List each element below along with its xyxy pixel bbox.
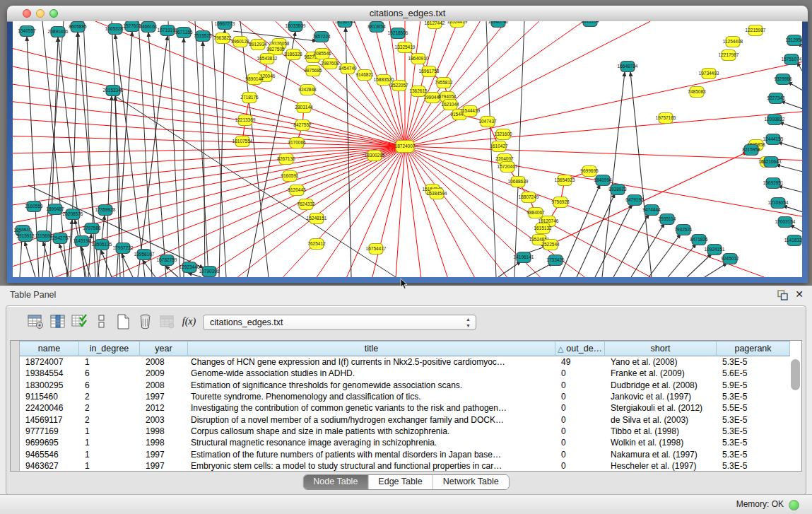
cell-in_degree[interactable]: 1 xyxy=(79,461,140,471)
column-edit-icon[interactable] xyxy=(49,313,66,330)
close-panel-icon[interactable]: ✕ xyxy=(795,288,804,300)
column-header-out_degree[interactable]: △out_de… xyxy=(555,341,605,356)
cell-title[interactable]: Estimation of the future numbers of pati… xyxy=(188,450,555,460)
cell-year[interactable]: 2003 xyxy=(140,415,188,425)
cell-year[interactable]: 1997 xyxy=(140,450,188,460)
cell-title[interactable]: Disruption of a novel member of a sodium… xyxy=(188,415,555,425)
cell-short[interactable]: Stergiakouli et al. (2012) xyxy=(605,403,717,413)
column-header-in_degree[interactable]: in_degree xyxy=(79,341,140,356)
cell-out_degree[interactable]: 0 xyxy=(555,426,605,436)
cell-short[interactable]: Wolkin et al. (1998) xyxy=(605,438,717,448)
new-table-icon[interactable] xyxy=(115,313,131,330)
cell-short[interactable]: Jankovic et al. (1997) xyxy=(605,392,717,402)
table-row[interactable]: 977716911998Corpus callosum shape and si… xyxy=(20,426,801,437)
table-row[interactable]: 1456911722003Disruption of a novel membe… xyxy=(20,414,801,425)
column-header-pagerank[interactable]: pagerank xyxy=(717,341,790,356)
table-row[interactable]: 1938455462009Genome-wide association stu… xyxy=(20,368,801,379)
cell-short[interactable]: Nakamura et al. (1997) xyxy=(605,450,717,460)
cell-pagerank[interactable]: 5.6E-5 xyxy=(717,368,790,378)
cell-year[interactable]: 1998 xyxy=(140,438,188,448)
column-header-title[interactable]: title xyxy=(188,341,555,356)
merge-tables-icon[interactable] xyxy=(93,313,110,330)
cell-short[interactable]: Dudbridge et al. (2008) xyxy=(605,380,717,390)
cell-out_degree[interactable]: 0 xyxy=(555,415,605,425)
window-titlebar[interactable]: citations_edges.txt xyxy=(7,6,808,22)
cell-in_degree[interactable]: 1 xyxy=(79,438,140,448)
cell-name[interactable]: 9463627 xyxy=(20,461,79,471)
cell-year[interactable]: 1997 xyxy=(140,392,188,402)
cell-name[interactable]: 9115460 xyxy=(20,392,79,402)
cell-title[interactable]: Investigating the contribution of common… xyxy=(188,403,555,413)
combo-spinner-icon[interactable]: ▲▼ xyxy=(466,316,471,329)
select-rows-icon[interactable] xyxy=(71,313,88,330)
cell-pagerank[interactable]: 5.5E-5 xyxy=(717,403,790,413)
cell-pagerank[interactable]: 5.3E-5 xyxy=(717,438,790,448)
cell-pagerank[interactable]: 5.3E-5 xyxy=(717,392,790,402)
cell-name[interactable]: 22420046 xyxy=(20,403,79,413)
cell-name[interactable]: 19384554 xyxy=(20,368,79,378)
cell-title[interactable]: Estimation of significance thresholds fo… xyxy=(188,380,555,390)
cell-in_degree[interactable]: 6 xyxy=(79,368,140,378)
cell-title[interactable]: Genome-wide association studies in ADHD. xyxy=(188,368,555,378)
float-window-icon[interactable] xyxy=(777,290,788,300)
column-header-name[interactable]: name xyxy=(20,341,79,356)
cell-out_degree[interactable]: 49 xyxy=(555,357,605,367)
cell-title[interactable]: Corpus callosum shape and size in male p… xyxy=(188,426,555,436)
cell-pagerank[interactable]: 5.3E-5 xyxy=(717,426,790,436)
column-header-year[interactable]: year xyxy=(140,341,188,356)
cell-out_degree[interactable]: 0 xyxy=(555,380,605,390)
table-row[interactable]: 2242004622012Investigating the contribut… xyxy=(20,402,801,414)
tab-network-table[interactable]: Network Table xyxy=(433,475,509,489)
cell-out_degree[interactable]: 0 xyxy=(555,368,605,378)
cell-out_degree[interactable]: 0 xyxy=(555,461,605,471)
cell-in_degree[interactable]: 2 xyxy=(79,392,140,402)
table-row[interactable]: 1872400712008Changes of HCN gene express… xyxy=(20,356,801,368)
table-row[interactable]: 946362711997Embryonic stem cells: a mode… xyxy=(20,460,801,471)
cell-pagerank[interactable]: 5.3E-5 xyxy=(717,415,790,425)
table-selector-combobox[interactable]: citations_edges.txt ▲▼ xyxy=(203,315,476,330)
cell-year[interactable]: 2012 xyxy=(140,403,188,413)
cell-out_degree[interactable]: 0 xyxy=(555,438,605,448)
cell-year[interactable]: 2008 xyxy=(140,380,188,390)
cell-short[interactable]: Hescheler et al. (1997) xyxy=(605,461,717,471)
cell-pagerank[interactable]: 5.9E-5 xyxy=(717,380,790,390)
cell-pagerank[interactable]: 5.3E-5 xyxy=(717,357,790,367)
cell-year[interactable]: 1997 xyxy=(140,461,188,471)
cell-short[interactable]: Yano et al. (2008) xyxy=(605,357,717,367)
table-row[interactable]: 911546021997Tourette syndrome. Phenomeno… xyxy=(20,391,801,402)
cell-in_degree[interactable]: 2 xyxy=(79,403,140,413)
cell-short[interactable]: de Silva et al. (2003) xyxy=(605,415,717,425)
cell-title[interactable]: Tourette syndrome. Phenomenology and cla… xyxy=(188,392,555,402)
column-header-short[interactable]: short xyxy=(605,341,717,356)
cell-in_degree[interactable]: 6 xyxy=(79,380,140,390)
cell-name[interactable]: 9699695 xyxy=(20,438,79,448)
delete-table-icon[interactable] xyxy=(137,313,153,330)
cell-short[interactable]: Tibbo et al. (1998) xyxy=(605,426,717,436)
tab-edge-table[interactable]: Edge Table xyxy=(368,475,433,489)
table-row[interactable]: 969969511998Structural magnetic resonanc… xyxy=(20,437,801,448)
cell-year[interactable]: 2009 xyxy=(140,368,188,378)
cell-name[interactable]: 18300295 xyxy=(20,380,79,390)
table-row[interactable]: 1830029562008Estimation of significance … xyxy=(20,380,801,391)
cell-in_degree[interactable]: 1 xyxy=(79,426,140,436)
table-settings-icon[interactable] xyxy=(28,313,44,330)
cell-year[interactable]: 2008 xyxy=(140,357,188,367)
cell-name[interactable]: 14569117 xyxy=(20,415,79,425)
table-row[interactable]: 946554611997Estimation of the future num… xyxy=(20,448,801,460)
cell-name[interactable]: 9465546 xyxy=(20,450,79,460)
cell-in_degree[interactable]: 2 xyxy=(79,415,140,425)
cell-out_degree[interactable]: 0 xyxy=(555,403,605,413)
cell-year[interactable]: 1998 xyxy=(140,426,188,436)
function-builder-icon[interactable]: f(x) xyxy=(181,313,197,330)
cell-short[interactable]: Franke et al. (2009) xyxy=(605,368,717,378)
cell-name[interactable]: 9777169 xyxy=(20,426,79,436)
cell-title[interactable]: Changes of HCN gene expression and I(f) … xyxy=(188,357,555,367)
cell-in_degree[interactable]: 1 xyxy=(79,357,140,367)
cell-pagerank[interactable]: 5.3E-5 xyxy=(717,450,790,460)
cell-title[interactable]: Structural magnetic resonance image aver… xyxy=(188,438,555,448)
citation-network-graph[interactable]: 1340557208914068605885106532871527602946… xyxy=(13,21,802,277)
table-scrollbar-thumb[interactable] xyxy=(791,359,800,390)
network-canvas[interactable]: 1340557208914068605885106532871527602946… xyxy=(13,21,802,277)
cell-out_degree[interactable]: 0 xyxy=(555,392,605,402)
cell-pagerank[interactable]: 5.3E-5 xyxy=(717,461,790,471)
